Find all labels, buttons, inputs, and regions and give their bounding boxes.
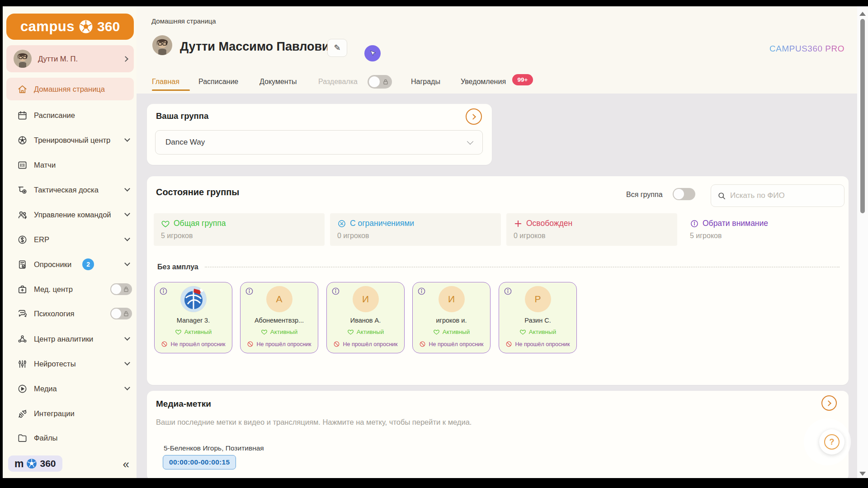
tab-schedule[interactable]: Расписание	[198, 78, 238, 86]
sidebar-item-tactics-board[interactable]: Тактическая доска	[3, 178, 137, 202]
sidebar-item-matches[interactable]: Матчи	[3, 153, 137, 177]
player-name: Manager 3.	[155, 317, 232, 324]
info-icon[interactable]	[245, 287, 254, 296]
x-circle-icon	[337, 219, 346, 228]
letterbox-bottom	[0, 478, 868, 488]
edit-profile-button[interactable]: ✎	[327, 39, 347, 57]
sidebar-item-label: Медиа	[34, 385, 57, 393]
sidebar-item-label: Нейротесты	[34, 360, 76, 368]
tab-locker-room[interactable]: Раздевалка	[318, 78, 358, 86]
sidebar-item-integrations[interactable]: Интеграции	[3, 401, 137, 426]
lock-icon	[123, 310, 130, 317]
sidebar-item-analytics-center[interactable]: Центр аналитики	[3, 327, 137, 351]
search-input[interactable]	[730, 191, 838, 200]
stat-attention[interactable]: Обрати внимание 5 игроков	[683, 213, 854, 246]
player-card[interactable]: А Абонементвзр... Активный Не прошёл опр…	[240, 282, 318, 353]
info-icon[interactable]	[504, 287, 512, 296]
psychology-lock-toggle[interactable]	[110, 308, 132, 319]
group-card-title: Ваша группа	[156, 111, 208, 121]
stat-general-group[interactable]: Общая группа 5 игроков	[154, 213, 325, 246]
media-tag-time-badge[interactable]: 00:00:00-00:00:15	[163, 455, 236, 469]
breadcrumb[interactable]: Домашняя страница	[151, 17, 216, 25]
group-card-open-button[interactable]	[466, 108, 482, 125]
user-name: Дутти М. П.	[38, 55, 117, 63]
stat-exempt[interactable]: Освобожден 0 игроков	[506, 213, 677, 246]
sidebar-item-erp[interactable]: ERP	[3, 227, 137, 252]
help-button[interactable]: ?	[819, 429, 844, 455]
player-status-label: Активный	[184, 328, 212, 335]
home-icon	[17, 84, 28, 94]
sidebar-item-surveys[interactable]: Опросники 2	[3, 252, 137, 277]
survey-icon	[17, 259, 28, 270]
tab-main[interactable]: Главная	[152, 78, 179, 86]
player-card[interactable]: И Иванов А. Активный Не прошёл опросник	[326, 282, 405, 353]
search-box[interactable]	[711, 184, 844, 207]
letterbox-left	[0, 0, 3, 488]
stat-count: 0 игроков	[337, 232, 501, 240]
player-name: Абонементвзр...	[241, 317, 318, 324]
sidebar-item-med-center[interactable]: Мед. центр	[3, 277, 137, 301]
scoreboard-icon	[17, 160, 28, 170]
sidebar-item-psychology[interactable]: Психология	[3, 301, 137, 326]
footer-logo-text: m	[14, 458, 24, 470]
media-tags-title: Медиа-метки	[156, 399, 211, 409]
all-group-toggle[interactable]	[673, 188, 695, 200]
player-card[interactable]: Manager 3. Активный Не прошёл опросник	[154, 282, 232, 353]
app-logo[interactable]: campus 360	[6, 14, 134, 40]
player-note: Не прошёл опросник	[413, 341, 490, 347]
sidebar-item-team-management[interactable]: Управление командой	[3, 202, 137, 227]
chevron-down-icon	[124, 360, 130, 366]
stat-restricted[interactable]: С ограничениями 0 игроков	[330, 213, 501, 246]
no-entry-icon	[505, 341, 512, 347]
lock-icon	[123, 286, 130, 293]
med-center-lock-toggle[interactable]	[110, 283, 132, 295]
letterbox-top	[0, 0, 868, 6]
info-icon[interactable]	[417, 287, 426, 296]
media-tags-open-button[interactable]	[821, 395, 837, 411]
player-note: Не прошёл опросник	[155, 341, 232, 347]
sidebar-item-schedule[interactable]: Расписание	[3, 103, 137, 127]
sidebar-item-label: Расписание	[34, 111, 75, 120]
chat-icon	[17, 309, 28, 319]
media-tag-label: 5-Беленков Игорь, Позитивная	[164, 444, 264, 452]
player-card[interactable]: Р Разин С. Активный Не прошёл опросник	[499, 282, 577, 353]
info-icon[interactable]	[159, 287, 168, 296]
tab-awards[interactable]: Награды	[411, 78, 440, 86]
dotted-divider	[205, 267, 840, 267]
player-note: Не прошёл опросник	[327, 341, 404, 347]
scrollbar-thumb[interactable]	[860, 19, 865, 213]
info-icon[interactable]	[331, 287, 340, 296]
sidebar-item-media[interactable]: Медиа	[3, 376, 137, 401]
question-mark-icon: ?	[824, 434, 840, 450]
locker-room-lock-toggle[interactable]	[368, 75, 392, 89]
profile-avatar	[152, 35, 172, 55]
chevron-down-icon	[124, 186, 130, 192]
sidebar-item-label: Тренировочный центр	[34, 136, 110, 145]
active-tab-underline	[152, 89, 190, 91]
group-select[interactable]: Dance Way	[155, 130, 483, 155]
sidebar-item-home[interactable]: Домашняя страница	[6, 78, 134, 100]
stat-count: 5 игроков	[690, 232, 854, 240]
player-status-label: Активный	[443, 328, 470, 335]
stat-label: Обрати внимание	[703, 219, 768, 228]
scrollbar-up-arrow[interactable]	[859, 12, 866, 16]
media-tags-card: Медиа-метки Ваши последние метки к видео…	[147, 391, 849, 481]
sidebar: campus 360 Дутти М. П. Домашняя страница…	[3, 6, 137, 478]
player-status-label: Активный	[270, 328, 298, 335]
tab-notifications[interactable]: Уведомления	[461, 78, 506, 86]
soccer-ball-icon	[78, 19, 94, 35]
sidebar-collapse-button[interactable]: «	[123, 458, 129, 470]
chevron-down-icon	[124, 335, 130, 341]
no-entry-icon	[247, 341, 254, 347]
sidebar-item-training-center[interactable]: Тренировочный центр	[3, 128, 137, 152]
sidebar-user[interactable]: Дутти М. П.	[6, 45, 134, 72]
player-status: Активный	[413, 328, 490, 335]
sidebar-item-files[interactable]: Файлы	[3, 426, 137, 450]
tab-documents[interactable]: Документы	[259, 78, 297, 86]
player-note-label: Не прошёл опросник	[429, 341, 483, 347]
scrollbar-down-arrow[interactable]	[859, 472, 866, 476]
logo-number: 360	[97, 19, 120, 34]
sidebar-item-neurotests[interactable]: Нейротесты	[3, 352, 137, 376]
no-entry-icon	[161, 341, 168, 347]
player-card[interactable]: И игроков и. Активный Не прошёл опросник	[412, 282, 491, 353]
